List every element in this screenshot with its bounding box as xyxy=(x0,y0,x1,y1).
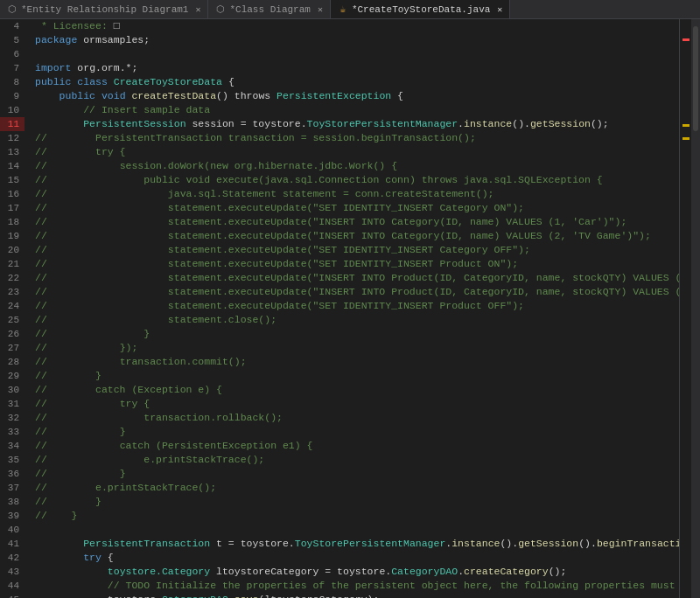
code-line: // } xyxy=(32,467,679,481)
token: ToyStorePersistentManager xyxy=(295,537,446,551)
line-number: 17 xyxy=(0,201,24,215)
code-line: PersistentSession session = toystore.Toy… xyxy=(32,117,679,131)
token: } xyxy=(95,369,102,383)
line-number: 31 xyxy=(0,397,24,411)
line-number: 34 xyxy=(0,439,24,453)
token: org.orm.*; xyxy=(71,61,137,75)
token: // xyxy=(35,271,168,285)
token: (). xyxy=(512,117,530,131)
code-line: toystore.CategoryDAO.save(ltoystoreCateg… xyxy=(32,593,679,598)
token: // xyxy=(35,355,120,369)
line-number: 33 xyxy=(0,425,24,439)
code-line: try { xyxy=(32,551,679,565)
code-line: import org.orm.*; xyxy=(32,61,679,75)
scrollbar-thumb[interactable] xyxy=(693,26,698,131)
token xyxy=(71,75,77,89)
token: public void execute(java.sql.Connection … xyxy=(144,173,603,187)
token: getSession xyxy=(530,117,591,131)
token: PersistentTransaction transaction = sess… xyxy=(95,131,476,145)
token: // xyxy=(35,229,168,243)
tab-java-file[interactable]: ☕ *CreateToyStoreData.java ✕ xyxy=(331,0,510,18)
code-line: // statement.executeUpdate("INSERT INTO … xyxy=(32,271,679,285)
code-area[interactable]: * Licensee: □package ormsamples; import … xyxy=(32,19,679,598)
token: try { xyxy=(120,397,150,411)
code-line: PersistentTransaction t = toystore.ToySt… xyxy=(32,537,679,551)
token: statement.close(); xyxy=(168,313,276,327)
code-line: // }); xyxy=(32,341,679,355)
code-line: // TODO Initialize the properties of the… xyxy=(32,579,679,593)
token: } xyxy=(95,495,102,509)
line-number: 7 xyxy=(0,61,24,75)
token: // xyxy=(35,509,71,523)
line-number: 39 xyxy=(0,509,24,523)
code-line: // try { xyxy=(32,145,679,159)
token: // xyxy=(35,173,144,187)
line-number: 4 xyxy=(0,19,24,33)
token: ormsamples; xyxy=(77,33,150,47)
code-line: // } xyxy=(32,509,679,523)
token: catch (PersistentException e1) { xyxy=(120,439,313,453)
warn-marker2 xyxy=(682,137,690,140)
code-line: // Insert sample data xyxy=(32,103,679,117)
token: statement.executeUpdate("INSERT INTO Cat… xyxy=(168,215,627,229)
code-line: // try { xyxy=(32,397,679,411)
token: }); xyxy=(120,341,138,355)
token: (); xyxy=(549,565,567,579)
code-line: // public void execute(java.sql.Connecti… xyxy=(32,173,679,187)
token: java.sql.Statement statement = conn.crea… xyxy=(168,187,494,201)
token: PersistentTransaction xyxy=(83,537,210,551)
token: // xyxy=(35,159,120,173)
token: statement.executeUpdate("SET IDENTITY_IN… xyxy=(168,243,530,257)
token: . xyxy=(445,537,452,551)
tab-close-icon2[interactable]: ✕ xyxy=(318,4,323,15)
token xyxy=(95,89,102,103)
token: } xyxy=(144,327,150,341)
code-line: // java.sql.Statement statement = conn.c… xyxy=(32,187,679,201)
token xyxy=(35,103,83,117)
line-number: 18 xyxy=(0,215,24,229)
line-number: 27 xyxy=(0,341,24,355)
vertical-scrollbar[interactable] xyxy=(691,19,700,598)
token: void xyxy=(102,89,126,103)
line-number: 42 xyxy=(0,551,24,565)
token: public xyxy=(35,75,71,89)
token: . xyxy=(228,593,234,598)
token: session = toystore. xyxy=(186,117,307,131)
token: □ xyxy=(114,19,120,33)
code-line: public void createTestData() throws Pers… xyxy=(32,89,679,103)
line-number: 25 xyxy=(0,313,24,327)
token: instance xyxy=(452,537,500,551)
token xyxy=(35,551,83,565)
tab-class-diagram[interactable]: ⬡ *Class Diagram ✕ xyxy=(208,0,330,18)
line-number: 12 xyxy=(0,131,24,145)
token: try { xyxy=(95,145,126,159)
token: session.doWork(new org.hibernate.jdbc.Wo… xyxy=(120,159,397,173)
line-number: 35 xyxy=(0,453,24,467)
token: // xyxy=(35,411,144,425)
line-number: 41 xyxy=(0,537,24,551)
token: // xyxy=(35,285,168,299)
line-number: 15 xyxy=(0,173,24,187)
diagram-icon: ⬡ xyxy=(7,4,18,15)
token: statement.executeUpdate("SET IDENTITY_IN… xyxy=(168,201,524,215)
tab-close-icon3[interactable]: ✕ xyxy=(497,4,502,15)
warn-marker1 xyxy=(682,124,690,127)
token: . xyxy=(458,565,464,579)
code-line: // } xyxy=(32,495,679,509)
token: transaction.commit(); xyxy=(120,355,247,369)
line-number: 28 xyxy=(0,355,24,369)
line-number: 24 xyxy=(0,299,24,313)
token: // xyxy=(35,187,168,201)
line-number: 16 xyxy=(0,187,24,201)
line-number: 37 xyxy=(0,481,24,495)
line-number: 11 xyxy=(0,117,24,131)
token: createTestData xyxy=(131,89,216,103)
tab-close-icon[interactable]: ✕ xyxy=(195,4,200,15)
tab-entity-diagram[interactable]: ⬡ *Entity Relationship Diagram1 ✕ xyxy=(0,0,208,18)
token: statement.executeUpdate("INSERT INTO Pro… xyxy=(168,271,679,285)
diagram-icon2: ⬡ xyxy=(215,4,226,15)
token: transaction.rollback(); xyxy=(144,411,283,425)
code-line: // transaction.rollback(); xyxy=(32,411,679,425)
token: // xyxy=(35,257,168,271)
line-number: 26 xyxy=(0,327,24,341)
